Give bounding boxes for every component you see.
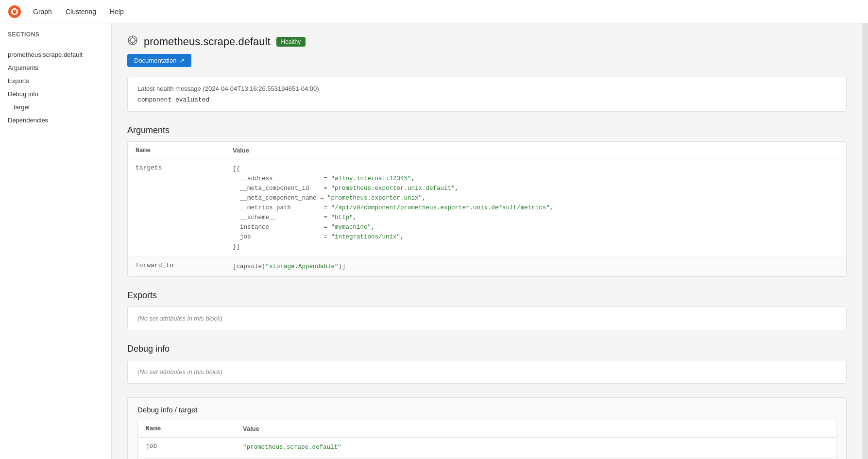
top-nav: Graph Clustering Help [0, 0, 868, 23]
arg-value-targets: [{ __address__ = "alloy.internal:12345",… [225, 159, 846, 257]
nav-help[interactable]: Help [104, 5, 130, 18]
main-layout: Sections prometheus.scrape.default Argum… [0, 23, 868, 459]
sidebar-sections-label: Sections [0, 31, 111, 42]
arguments-col-name: Name [128, 142, 225, 159]
nav-links: Graph Clustering Help [27, 5, 130, 18]
scrollbar[interactable] [862, 23, 868, 459]
sidebar: Sections prometheus.scrape.default Argum… [0, 23, 112, 459]
sidebar-divider [8, 44, 103, 44]
sidebar-item-target[interactable]: target [0, 101, 111, 114]
sidebar-item-arguments[interactable]: Arguments [0, 61, 111, 74]
sidebar-item-dependencies[interactable]: Dependencies [0, 114, 111, 127]
table-row: job "prometheus.scrape.default" [138, 438, 836, 458]
debug-col-value: Value [235, 420, 836, 438]
nav-graph[interactable]: Graph [27, 5, 58, 18]
component-icon [127, 35, 138, 48]
content-area: prometheus.scrape.default Healthy Docume… [112, 23, 862, 459]
component-header: prometheus.scrape.default Healthy [127, 35, 847, 48]
exports-empty-block: (No set attributes in this block) [127, 306, 847, 330]
app-logo [8, 5, 21, 18]
nav-clustering[interactable]: Clustering [60, 5, 102, 18]
debug-col-name: Name [138, 420, 235, 438]
debug-name-url: url [138, 458, 235, 459]
documentation-button[interactable]: Documentation ↗ [127, 54, 191, 67]
svg-point-4 [130, 38, 135, 43]
arguments-table-wrapper: Name Value targets [{ __address__ = "all… [127, 141, 847, 277]
arg-name-forward-to: forward_to [128, 257, 225, 277]
svg-point-2 [13, 10, 17, 14]
arguments-col-value: Value [225, 142, 846, 159]
health-message-label: Latest health message (2024-04-04T13:16:… [137, 85, 836, 92]
table-row: forward_to [capsule("storage.Appendable"… [128, 257, 846, 277]
health-message-content: component evaluated [137, 96, 836, 103]
sidebar-item-prometheus-scrape-default[interactable]: prometheus.scrape.default [0, 48, 111, 61]
arg-value-forward-to: [capsule("storage.Appendable")] [225, 257, 846, 277]
debug-info-target-table: Name Value job "prometheus.scrape.defaul… [138, 420, 836, 459]
arguments-heading: Arguments [127, 125, 847, 136]
debug-value-url: "http://alloy.internal:12345/api/v0/comp… [235, 458, 836, 459]
external-link-icon: ↗ [179, 57, 185, 64]
arg-name-targets: targets [128, 159, 225, 257]
debug-name-job: job [138, 438, 235, 458]
doc-button-label: Documentation [134, 57, 176, 64]
debug-info-empty-block: (No set attributes in this block) [127, 360, 847, 384]
sidebar-item-exports[interactable]: Exports [0, 74, 111, 87]
sidebar-item-debug-info[interactable]: Debug info [0, 87, 111, 101]
table-row: url "http://alloy.internal:12345/api/v0/… [138, 458, 836, 459]
debug-info-target-section: Debug info / target Name Value job "prom… [127, 397, 847, 459]
arguments-table: Name Value targets [{ __address__ = "all… [128, 142, 846, 276]
health-badge: Healthy [276, 37, 306, 47]
debug-info-target-table-wrapper: Name Value job "prometheus.scrape.defaul… [137, 420, 836, 459]
exports-heading: Exports [127, 290, 847, 301]
table-row: targets [{ __address__ = "alloy.internal… [128, 159, 846, 257]
debug-info-heading: Debug info [127, 344, 847, 354]
health-message-box: Latest health message (2024-04-04T13:16:… [127, 77, 847, 112]
debug-value-job: "prometheus.scrape.default" [235, 438, 836, 458]
debug-info-target-heading: Debug info / target [137, 406, 836, 414]
component-title: prometheus.scrape.default [144, 35, 271, 48]
